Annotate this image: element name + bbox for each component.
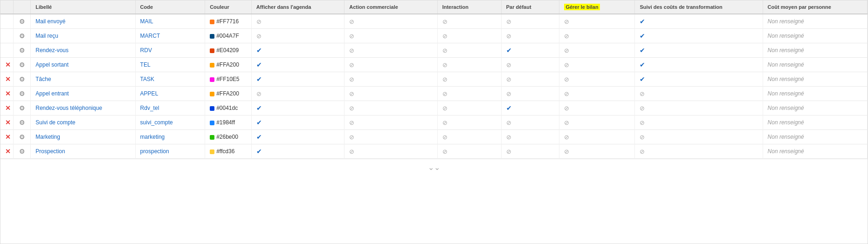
ban-icon: ⊘ <box>564 119 569 126</box>
cell-code: TASK <box>135 72 205 87</box>
delete-button[interactable]: ✕ <box>5 75 11 83</box>
cell-libelle: Tâche <box>31 72 135 87</box>
cell-bilan: ⊘ <box>559 43 635 58</box>
cell-interaction: ⊘ <box>437 130 501 144</box>
cout-value: Non renseigné <box>768 105 804 111</box>
settings-button[interactable]: ⚙ <box>19 133 25 141</box>
check-icon: ✔ <box>640 61 645 68</box>
settings-button[interactable]: ⚙ <box>19 90 25 97</box>
code-link[interactable]: suivi_compte <box>140 119 173 126</box>
cell-settings: ⚙ <box>13 115 30 130</box>
col-header-libelle: Libellé <box>31 0 135 14</box>
cell-interaction: ⊘ <box>437 58 501 72</box>
code-link[interactable]: marketing <box>140 134 165 140</box>
cout-value: Non renseigné <box>768 148 804 155</box>
cell-par-defaut: ✔ <box>501 101 559 115</box>
cell-libelle: Prospection <box>31 144 135 159</box>
color-value: #FFA200 <box>216 90 239 97</box>
settings-button[interactable]: ⚙ <box>19 104 25 112</box>
settings-button[interactable]: ⚙ <box>19 148 25 155</box>
cell-agenda: ⊘ <box>251 87 344 101</box>
cell-suivi: ⊘ <box>635 101 763 115</box>
cell-couleur: #0041dc <box>205 101 252 115</box>
libelle-link[interactable]: Mail reçu <box>35 33 58 39</box>
libelle-link[interactable]: Suivi de compte <box>35 119 75 126</box>
color-value: #E04209 <box>216 47 239 54</box>
col-header-interaction: Interaction <box>437 0 501 14</box>
cell-action-comm: ⊘ <box>344 130 437 144</box>
ban-icon: ⊘ <box>349 18 354 25</box>
check-icon: ✔ <box>256 104 262 112</box>
ban-icon: ⊘ <box>640 134 645 141</box>
cell-par-defaut: ⊘ <box>501 144 559 159</box>
cell-suivi: ⊘ <box>635 144 763 159</box>
check-icon: ✔ <box>256 148 262 155</box>
color-value: #004A7F <box>216 33 239 39</box>
libelle-link[interactable]: Appel sortant <box>35 61 69 68</box>
cell-bilan: ⊘ <box>559 14 635 29</box>
settings-button[interactable]: ⚙ <box>19 75 25 83</box>
code-link[interactable]: Rdv_tel <box>140 105 159 111</box>
col-header-cout: Coût moyen par personne <box>763 0 867 14</box>
cell-suivi: ✔ <box>635 14 763 29</box>
ban-icon: ⊘ <box>640 105 645 112</box>
delete-button[interactable]: ✕ <box>5 133 11 141</box>
cell-delete <box>0 43 13 58</box>
settings-button[interactable]: ⚙ <box>19 61 25 68</box>
code-link[interactable]: RDV <box>140 47 152 54</box>
bilan-highlight: Gérer le bilan <box>564 4 599 10</box>
ban-icon: ⊘ <box>506 90 511 97</box>
color-swatch <box>210 106 214 111</box>
delete-button[interactable]: ✕ <box>5 148 11 155</box>
code-link[interactable]: MARCT <box>140 33 160 39</box>
cout-value: Non renseigné <box>768 119 804 126</box>
cell-action-comm: ⊘ <box>344 87 437 101</box>
ban-icon: ⊘ <box>442 105 448 112</box>
cell-settings: ⚙ <box>13 130 30 144</box>
libelle-link[interactable]: Rendez-vous <box>35 47 69 54</box>
delete-button[interactable]: ✕ <box>5 104 11 112</box>
color-value: #FF10E5 <box>216 76 239 82</box>
code-link[interactable]: TASK <box>140 76 154 82</box>
color-swatch <box>210 121 214 125</box>
activity-types-table: Libellé Code Couleur Afficher dans l'age… <box>0 0 868 159</box>
code-link[interactable]: prospection <box>140 148 169 155</box>
libelle-link[interactable]: Tâche <box>35 76 51 82</box>
check-icon: ✔ <box>640 47 645 54</box>
cell-settings: ⚙ <box>13 14 30 29</box>
color-value: #1984ff <box>216 119 235 126</box>
cell-bilan: ⊘ <box>559 58 635 72</box>
cout-value: Non renseigné <box>768 76 804 82</box>
libelle-link[interactable]: Marketing <box>35 134 60 140</box>
color-swatch <box>210 20 214 24</box>
cell-delete: ✕ <box>0 101 13 115</box>
code-link[interactable]: APPEL <box>140 90 158 97</box>
ban-icon: ⊘ <box>564 105 569 112</box>
cell-action-comm: ⊘ <box>344 72 437 87</box>
cell-agenda: ✔ <box>251 101 344 115</box>
ban-icon: ⊘ <box>256 90 262 97</box>
settings-button[interactable]: ⚙ <box>19 47 25 54</box>
delete-button[interactable]: ✕ <box>5 61 11 68</box>
settings-button[interactable]: ⚙ <box>19 32 25 40</box>
settings-button[interactable]: ⚙ <box>19 18 25 25</box>
code-link[interactable]: TEL <box>140 61 151 68</box>
ban-icon: ⊘ <box>349 105 354 112</box>
code-link[interactable]: MAIL <box>140 18 153 25</box>
cell-action-comm: ⊘ <box>344 43 437 58</box>
libelle-link[interactable]: Prospection <box>35 148 65 155</box>
ban-icon: ⊘ <box>349 90 354 97</box>
libelle-link[interactable]: Rendez-vous téléphonique <box>35 105 102 111</box>
libelle-link[interactable]: Appel entrant <box>35 90 69 97</box>
ban-icon: ⊘ <box>442 47 448 54</box>
delete-button[interactable]: ✕ <box>5 90 11 97</box>
libelle-link[interactable]: Mail envoyé <box>35 18 65 25</box>
table-row: ✕⚙Appel sortantTEL#FFA200✔⊘⊘⊘⊘✔Non rense… <box>0 58 868 72</box>
cell-settings: ⚙ <box>13 144 30 159</box>
ban-icon: ⊘ <box>564 76 569 83</box>
delete-button[interactable]: ✕ <box>5 119 11 126</box>
table-row: ⚙Mail reçuMARCT#004A7F⊘⊘⊘⊘⊘✔Non renseign… <box>0 29 868 43</box>
cell-cout: Non renseigné <box>763 130 867 144</box>
cell-settings: ⚙ <box>13 101 30 115</box>
settings-button[interactable]: ⚙ <box>19 119 25 126</box>
